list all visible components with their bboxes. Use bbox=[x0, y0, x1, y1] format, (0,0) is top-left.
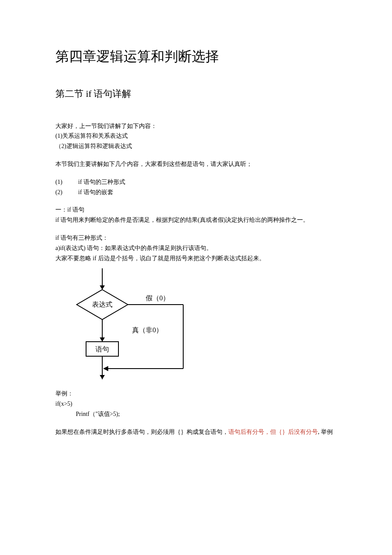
sec1-heading: 一：if 语句 bbox=[55, 205, 337, 215]
svg-marker-8 bbox=[100, 337, 105, 342]
toc-item-1: (1) if 语句的三种形式 bbox=[55, 177, 337, 187]
sec1-p3: a)if(表达式) 语句：如果表达式中的条件满足则执行该语句。 bbox=[55, 243, 337, 253]
intro-item-1: (1)关系运算符和关系表达式 bbox=[55, 131, 337, 141]
flowchart-diagram: 表达式 假（0） 真（非0） 语句 bbox=[72, 268, 337, 381]
diagram-cond-label: 表达式 bbox=[92, 301, 112, 308]
sec1-p2: if 语句有三种形式： bbox=[55, 233, 337, 243]
sec1-p1: if 语句用来判断给定的条件是否满足，根据判定的结果(真或者假)决定执行给出的两… bbox=[55, 215, 337, 225]
compound-text-a: 如果想在条件满足时执行多条语句，则必须用｛｝构成复合语句， bbox=[55, 429, 228, 435]
svg-marker-6 bbox=[103, 366, 108, 371]
sec1-p4: 大家不要忽略 if 后边是个括号，说白了就是用括号来把这个判断表达式括起来。 bbox=[55, 253, 337, 264]
compound-text-b: , 举例 bbox=[318, 429, 333, 435]
example-code-line-2: Printf（"该值>5); bbox=[55, 409, 337, 419]
section-title: 第二节 if 语句详解 bbox=[55, 87, 337, 101]
toc-item-2-text: if 语句的嵌套 bbox=[78, 189, 113, 195]
toc-item-2-num: (2) bbox=[55, 187, 77, 198]
toc-item-1-text: if 语句的三种形式 bbox=[78, 179, 125, 185]
diagram-stmt-label: 语句 bbox=[95, 346, 109, 353]
compound-paragraph: 如果想在条件满足时执行多条语句，则必须用｛｝构成复合语句，语句后有分号，但｛｝后… bbox=[55, 427, 337, 437]
toc-item-1-num: (1) bbox=[55, 177, 77, 187]
example-label: 举例： bbox=[55, 389, 337, 399]
svg-marker-11 bbox=[100, 375, 105, 379]
intro-line: 大家好，上一节我们讲解了如下内容： bbox=[55, 121, 337, 131]
this-section-line: 本节我们主要讲解如下几个内容，大家看到这些都是语句，请大家认真听； bbox=[55, 159, 337, 169]
intro-item-2: （2)逻辑运算符和逻辑表达式 bbox=[55, 141, 337, 151]
toc-item-2: (2) if 语句的嵌套 bbox=[55, 187, 337, 198]
svg-marker-1 bbox=[100, 285, 105, 290]
diagram-false-label: 假（0） bbox=[146, 294, 170, 302]
compound-text-red: 语句后有分号，但｛｝后没有分号 bbox=[228, 429, 318, 435]
example-code-line-1: if(x>5) bbox=[55, 399, 337, 409]
chapter-title: 第四章逻辑运算和判断选择 bbox=[55, 47, 337, 66]
diagram-true-label: 真（非0） bbox=[132, 326, 163, 334]
